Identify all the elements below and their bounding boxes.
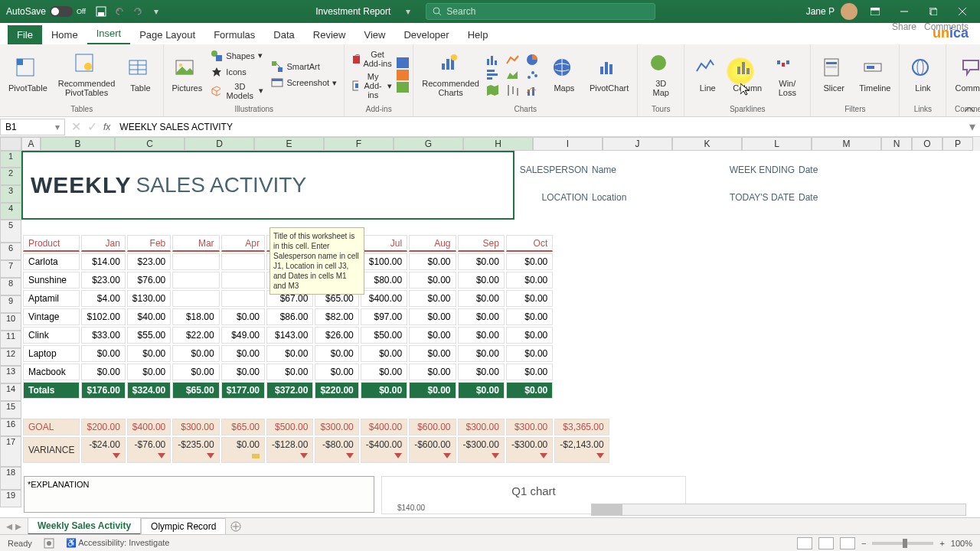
share-button[interactable]: Share <box>892 21 916 32</box>
row-header[interactable]: 14 <box>0 383 21 401</box>
sparkline-column-button[interactable]: Column <box>728 56 766 94</box>
col-header[interactable]: A <box>21 137 41 151</box>
accessibility-status[interactable]: ♿ Accessibility: Investigate <box>66 538 170 548</box>
line-chart-icon[interactable] <box>505 53 521 67</box>
timeline-button[interactable]: Timeline <box>854 56 895 94</box>
recommended-pivot-button[interactable]: Recommended PivotTables <box>54 51 120 99</box>
minimize-icon[interactable] <box>893 2 916 21</box>
col-header[interactable]: D <box>185 137 254 151</box>
name-box[interactable]: B1▾ <box>0 119 65 135</box>
3dmap-button[interactable]: 3D Map <box>642 51 680 99</box>
row-header[interactable]: 2 <box>0 168 21 185</box>
page-layout-view-icon[interactable] <box>818 537 834 549</box>
search-box[interactable]: Search <box>426 3 655 20</box>
stock-chart-icon[interactable] <box>505 83 521 97</box>
select-all-corner[interactable] <box>0 137 21 151</box>
title-cell[interactable]: WEEKLY SALES ACTIVITY <box>21 151 514 220</box>
col-header[interactable]: F <box>324 137 394 151</box>
zoom-slider[interactable] <box>872 542 933 545</box>
qat-dropdown-icon[interactable]: ▾ <box>147 2 165 21</box>
tab-view[interactable]: View <box>354 25 394 44</box>
row-header[interactable]: 5 <box>0 220 21 243</box>
row-header[interactable]: 18 <box>0 467 21 490</box>
sheet-tab-weekly[interactable]: Weekly Sales Activity <box>28 517 141 535</box>
autosave-toggle[interactable]: AutoSave Off <box>0 6 92 17</box>
enter-icon[interactable]: ✓ <box>87 119 97 134</box>
row-header[interactable]: 16 <box>0 419 21 436</box>
shapes-button[interactable]: Shapes▾ <box>207 48 266 64</box>
col-header[interactable]: P <box>942 137 973 151</box>
col-header[interactable]: B <box>41 137 115 151</box>
table-button[interactable]: Table <box>121 56 159 94</box>
page-break-view-icon[interactable] <box>840 537 855 549</box>
scatter-chart-icon[interactable] <box>525 68 541 82</box>
row-header[interactable]: 12 <box>0 348 21 366</box>
row-header[interactable]: 8 <box>0 278 21 295</box>
row-header[interactable]: 15 <box>0 401 21 419</box>
icons-button[interactable]: Icons <box>207 64 266 80</box>
tab-home[interactable]: Home <box>42 25 87 44</box>
smartart-button[interactable]: SmartArt <box>268 59 340 74</box>
zoom-level[interactable]: 100% <box>951 539 972 548</box>
expand-formula-icon[interactable]: ▾ <box>969 119 980 134</box>
undo-icon[interactable] <box>110 2 129 21</box>
save-icon[interactable] <box>92 2 110 21</box>
fx-icon[interactable]: fx <box>103 122 110 132</box>
redo-icon[interactable] <box>129 2 147 21</box>
recommended-charts-button[interactable]: Recommended Charts <box>417 51 484 99</box>
col-header[interactable]: J <box>603 137 672 151</box>
formula-input[interactable]: WEEKLY SALES ACTIVITY <box>116 122 963 132</box>
bing-maps-icon[interactable] <box>397 57 409 68</box>
slicer-button[interactable]: Slicer <box>815 56 853 94</box>
close-icon[interactable] <box>951 2 974 21</box>
horizontal-scrollbar[interactable] <box>591 504 966 516</box>
column-chart-icon[interactable] <box>485 53 501 67</box>
sheet-tab-olympic[interactable]: Olympic Record <box>141 518 226 535</box>
comments-button[interactable]: Comments <box>924 21 969 32</box>
user-avatar[interactable] <box>841 3 858 20</box>
worksheet-grid[interactable]: A B C D E F G H I J K L M N O P 1 2 3 4 … <box>0 137 980 535</box>
col-header[interactable]: H <box>463 137 533 151</box>
tab-nav-prev-icon[interactable]: ◂ <box>6 519 12 533</box>
visio-icon[interactable] <box>397 82 409 93</box>
row-header[interactable]: 11 <box>0 331 21 348</box>
screenshot-button[interactable]: Screenshot▾ <box>268 75 340 90</box>
tab-formulas[interactable]: Formulas <box>204 25 264 44</box>
cancel-icon[interactable]: ✕ <box>71 119 81 134</box>
col-header[interactable]: E <box>254 137 324 151</box>
combo-chart-icon[interactable] <box>525 83 541 97</box>
row-header[interactable]: 1 <box>0 151 21 168</box>
pivottable-button[interactable]: PivotTable <box>4 56 52 94</box>
tab-review[interactable]: Review <box>304 25 355 44</box>
pie-chart-icon[interactable] <box>525 53 541 67</box>
row-header[interactable]: 3 <box>0 185 21 203</box>
zoom-in-icon[interactable]: + <box>939 539 944 548</box>
3dmodels-button[interactable]: 3D Models▾ <box>207 80 266 102</box>
map-chart-icon[interactable] <box>485 83 501 97</box>
col-header[interactable]: C <box>115 137 185 151</box>
document-title[interactable]: Investment Report <box>315 6 390 17</box>
sparkline-line-button[interactable]: Line <box>688 56 727 94</box>
my-addins-button[interactable]: My Add-ins▾ <box>348 70 395 101</box>
link-button[interactable]: Link <box>903 56 942 94</box>
normal-view-icon[interactable] <box>797 537 812 549</box>
row-header[interactable]: 17 <box>0 436 21 467</box>
row-header[interactable]: 13 <box>0 366 21 383</box>
comment-button[interactable]: Comment <box>950 56 980 94</box>
people-graph-icon[interactable] <box>397 70 409 80</box>
tab-insert[interactable]: Insert <box>87 24 131 44</box>
user-name[interactable]: Jane P <box>806 6 835 17</box>
maximize-icon[interactable] <box>922 2 945 21</box>
pivotchart-button[interactable]: PivotChart <box>585 56 633 94</box>
tab-help[interactable]: Help <box>459 25 498 44</box>
bar-chart-icon[interactable] <box>485 68 501 82</box>
ribbon-display-icon[interactable] <box>864 2 887 21</box>
tab-file[interactable]: File <box>8 25 42 44</box>
area-chart-icon[interactable] <box>505 68 521 82</box>
col-header[interactable]: K <box>672 137 742 151</box>
get-addins-button[interactable]: Get Add-ins <box>348 48 395 70</box>
col-header[interactable]: M <box>812 137 881 151</box>
maps-button[interactable]: Maps <box>545 56 583 94</box>
new-sheet-button[interactable] <box>226 520 246 533</box>
zoom-out-icon[interactable]: − <box>861 539 866 548</box>
